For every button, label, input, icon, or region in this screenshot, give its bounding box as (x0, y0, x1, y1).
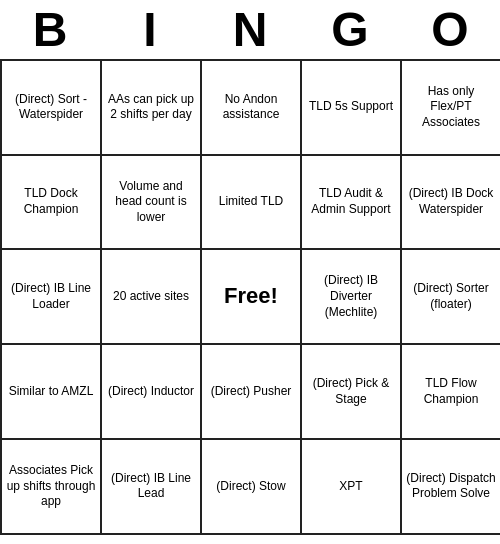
bingo-cell-15: Similar to AMZL (2, 345, 102, 440)
bingo-grid: (Direct) Sort - WaterspiderAAs can pick … (0, 59, 500, 535)
bingo-letter-N: N (200, 4, 300, 57)
bingo-letter-G: G (300, 4, 400, 57)
bingo-cell-6: Volume and head count is lower (102, 156, 202, 251)
bingo-cell-14: (Direct) Sorter (floater) (402, 250, 500, 345)
bingo-cell-11: 20 active sites (102, 250, 202, 345)
bingo-letter-O: O (400, 4, 500, 57)
bingo-cell-0: (Direct) Sort - Waterspider (2, 61, 102, 156)
bingo-cell-17: (Direct) Pusher (202, 345, 302, 440)
bingo-cell-7: Limited TLD (202, 156, 302, 251)
bingo-cell-13: (Direct) IB Diverter (Mechlite) (302, 250, 402, 345)
bingo-header: BINGO (0, 0, 500, 59)
bingo-cell-12: Free! (202, 250, 302, 345)
bingo-cell-4: Has only Flex/PT Associates (402, 61, 500, 156)
bingo-cell-18: (Direct) Pick & Stage (302, 345, 402, 440)
bingo-cell-22: (Direct) Stow (202, 440, 302, 535)
bingo-cell-23: XPT (302, 440, 402, 535)
bingo-cell-19: TLD Flow Champion (402, 345, 500, 440)
bingo-cell-8: TLD Audit & Admin Support (302, 156, 402, 251)
bingo-cell-21: (Direct) IB Line Lead (102, 440, 202, 535)
bingo-cell-5: TLD Dock Champion (2, 156, 102, 251)
bingo-cell-2: No Andon assistance (202, 61, 302, 156)
bingo-cell-3: TLD 5s Support (302, 61, 402, 156)
bingo-cell-10: (Direct) IB Line Loader (2, 250, 102, 345)
bingo-cell-16: (Direct) Inductor (102, 345, 202, 440)
bingo-letter-B: B (0, 4, 100, 57)
bingo-cell-9: (Direct) IB Dock Waterspider (402, 156, 500, 251)
bingo-cell-20: Associates Pick up shifts through app (2, 440, 102, 535)
bingo-cell-24: (Direct) Dispatch Problem Solve (402, 440, 500, 535)
bingo-letter-I: I (100, 4, 200, 57)
bingo-cell-1: AAs can pick up 2 shifts per day (102, 61, 202, 156)
